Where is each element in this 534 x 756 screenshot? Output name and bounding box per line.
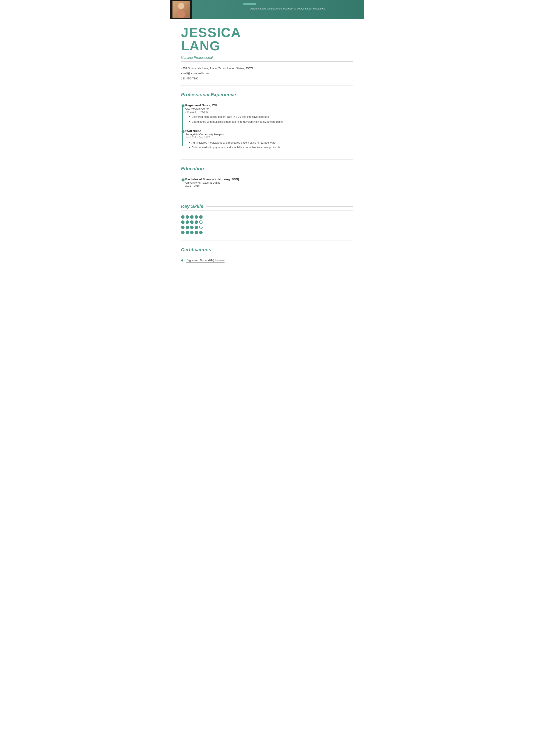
job-header-2: Staff Nurse Sunnydale Community Hospital… — [185, 129, 353, 139]
bullet-dot-icon — [189, 147, 190, 148]
skill-dot-0-5 — [199, 215, 203, 219]
skills-title: Key Skills — [181, 203, 203, 209]
skill-dot-1-5 — [199, 220, 203, 224]
skill-row-0 — [181, 215, 353, 219]
name-section: JESSICA LANG — [181, 26, 353, 53]
skill-dot-0-3 — [190, 215, 193, 219]
certifications-container: Registered Nurse (RN) License — [181, 258, 353, 263]
skill-dot-1-2 — [186, 220, 189, 224]
job-entry-1: Registered Nurse, ICU City Medical Cente… — [185, 103, 353, 124]
bullet-text-1-2: Coordinated with multidisciplinary teams… — [191, 120, 283, 124]
job-entry-2: Staff Nurse Sunnydale Community Hospital… — [185, 129, 353, 150]
skill-dot-1-4 — [195, 220, 198, 224]
skill-dot-3-4 — [195, 231, 198, 234]
skill-row-2 — [181, 226, 353, 229]
svg-point-0 — [178, 3, 184, 9]
certifications-section: Certifications Registered Nurse (RN) Lic… — [181, 247, 353, 263]
school-name-1: University of Texas at Dallas — [185, 181, 353, 184]
cert-item-0: Registered Nurse (RN) License — [181, 258, 353, 263]
skill-row-3 — [181, 231, 353, 234]
timeline-vertical-line — [182, 107, 183, 147]
job-dates-1: Jan 2018 – Present — [185, 110, 353, 113]
job-bullet-1-2: Coordinated with multidisciplinary teams… — [189, 120, 353, 124]
certifications-header-line — [215, 250, 353, 250]
skill-dot-2-4 — [195, 226, 198, 229]
education-dot-1 — [182, 178, 185, 181]
last-name: LANG — [181, 39, 353, 53]
skill-dot-0-4 — [195, 215, 198, 219]
experience-title: Professional Experience — [181, 92, 236, 97]
person-silhouette — [175, 2, 188, 18]
job-bullets-1: Delivered high-quality patient care in a… — [185, 115, 353, 124]
skill-dots-0 — [181, 215, 203, 219]
skill-dot-2-1 — [181, 226, 185, 229]
skill-dot-3-1 — [181, 231, 185, 234]
skills-section: Key Skills — [181, 203, 353, 240]
header-accent-bar — [243, 3, 256, 5]
skill-row-1 — [181, 220, 353, 224]
contact-email: email@youremail.com — [181, 71, 353, 76]
experience-section: Professional Experience Registered Nurse… — [181, 92, 353, 159]
education-title: Education — [181, 166, 204, 172]
bullet-dot-icon — [189, 116, 190, 117]
skill-dot-2-3 — [190, 226, 193, 229]
profile-photo — [172, 1, 190, 18]
skill-dot-2-5 — [199, 226, 203, 229]
bullet-text-1-1: Delivered high-quality patient care in a… — [191, 115, 269, 119]
education-timeline: Bachelor of Science in Nursing (BSN) Uni… — [181, 177, 353, 187]
skill-dot-3-2 — [186, 231, 189, 234]
degree-title-1: Bachelor of Science in Nursing (BSN) — [185, 177, 353, 181]
first-name: JESSICA — [181, 26, 353, 39]
job-company-1: City Medical Center — [185, 107, 353, 110]
job-title: Nursing Professional — [181, 56, 213, 59]
skill-dot-3-3 — [190, 231, 193, 234]
header-tagline: empathetic and compassionate treatment t… — [250, 8, 325, 10]
bullet-text-2-2: Collaborated with physicians and special… — [191, 146, 280, 149]
experience-timeline: Registered Nurse, ICU City Medical Cente… — [181, 103, 353, 149]
job-header-1: Registered Nurse, ICU City Medical Cente… — [185, 103, 353, 113]
main-content: JESSICA LANG Nursing Professional 4759 S… — [170, 19, 364, 280]
skills-container — [181, 215, 353, 234]
bullet-text-2-1: Administered medications and monitored p… — [191, 141, 276, 145]
timeline-dot-1 — [182, 104, 185, 107]
education-section: Education Bachelor of Science in Nursing… — [181, 166, 353, 197]
job-bullet-2-1: Administered medications and monitored p… — [189, 141, 353, 145]
education-header: Education — [181, 166, 353, 173]
svg-point-1 — [177, 10, 185, 18]
skill-dots-1 — [181, 220, 203, 224]
skill-dot-0-2 — [186, 215, 189, 219]
job-title-1: Registered Nurse, ICU — [185, 103, 353, 107]
education-item-1: Bachelor of Science in Nursing (BSN) Uni… — [185, 177, 353, 187]
cert-text-0: Registered Nurse (RN) License — [186, 258, 225, 263]
job-bullets-2: Administered medications and monitored p… — [185, 141, 353, 150]
certifications-title: Certifications — [181, 247, 212, 253]
job-dates-2: Jun 2015 – Dec 2017 — [185, 136, 353, 139]
contact-address: 4759 Sunnydale Lane, Plano, Texas, Unite… — [181, 66, 353, 71]
experience-header: Professional Experience — [181, 92, 353, 99]
timeline-dot-2 — [182, 130, 185, 133]
bullet-dot-icon — [189, 142, 190, 143]
job-bullet-1-1: Delivered high-quality patient care in a… — [189, 115, 353, 119]
job-bullet-2-2: Collaborated with physicians and special… — [189, 146, 353, 149]
skills-header-line — [206, 206, 353, 207]
skill-dot-0-1 — [181, 215, 185, 219]
skill-dots-2 — [181, 226, 203, 229]
skill-dot-3-5 — [199, 231, 203, 234]
header-banner: empathetic and compassionate treatment t… — [170, 0, 364, 19]
certifications-header: Certifications — [181, 247, 353, 254]
contact-info: 4759 Sunnydale Lane, Plano, Texas, Unite… — [181, 66, 353, 81]
skills-header: Key Skills — [181, 203, 353, 211]
contact-section: 4759 Sunnydale Lane, Plano, Texas, Unite… — [181, 66, 353, 86]
job-company-2: Sunnydale Community Hospital — [185, 133, 353, 136]
bullet-dot-icon — [189, 121, 190, 122]
skill-dot-1-1 — [181, 220, 185, 224]
cert-dot-icon — [181, 259, 183, 261]
skill-dot-2-2 — [186, 226, 189, 229]
contact-phone: 123-456-7890 — [181, 76, 353, 81]
title-section: Nursing Professional — [181, 56, 353, 62]
education-dates-1: 2011 – 2015 — [185, 184, 353, 187]
skill-dots-3 — [181, 231, 203, 234]
skill-dot-1-3 — [190, 220, 193, 224]
job-title-2: Staff Nurse — [185, 129, 353, 133]
